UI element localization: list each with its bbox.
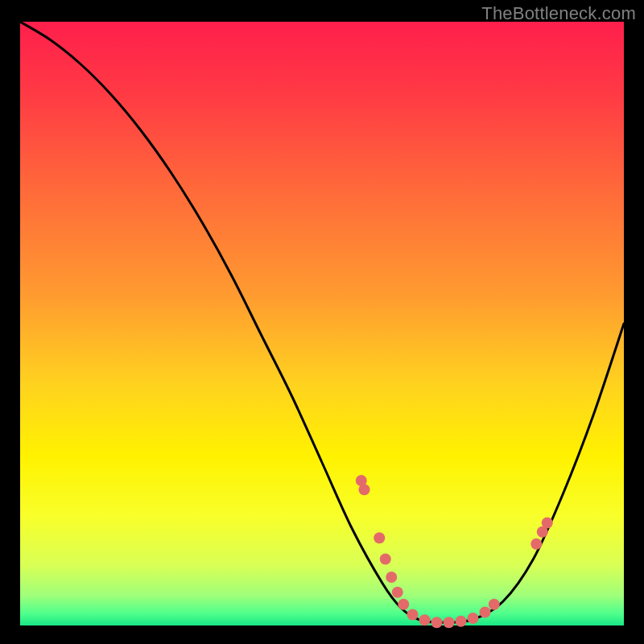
curve-marker <box>392 587 403 598</box>
plot-background <box>20 22 624 625</box>
curve-marker <box>480 607 491 618</box>
curve-marker <box>468 613 479 624</box>
curve-marker <box>380 554 391 565</box>
curve-marker <box>489 599 500 610</box>
curve-marker <box>444 617 455 628</box>
curve-marker <box>542 518 553 529</box>
chart-stage: TheBottleneck.com <box>0 0 644 644</box>
curve-marker <box>374 532 385 543</box>
curve-marker <box>386 572 397 583</box>
chart-svg <box>0 0 644 644</box>
curve-marker <box>456 616 467 627</box>
curve-marker <box>398 599 409 610</box>
curve-marker <box>419 614 431 625</box>
curve-marker <box>530 539 542 550</box>
attribution-text: TheBottleneck.com <box>481 3 636 24</box>
curve-marker <box>407 609 419 621</box>
curve-marker <box>431 617 443 628</box>
curve-marker <box>359 484 370 495</box>
